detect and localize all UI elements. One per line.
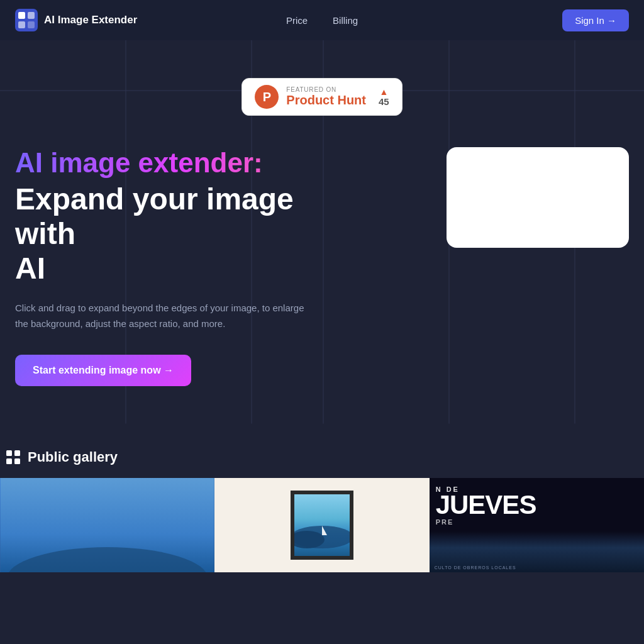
- nav-links: Price Billing: [286, 15, 358, 26]
- signin-button[interactable]: Sign In →: [562, 9, 629, 31]
- jueves-de-text: N DE: [436, 486, 638, 493]
- svg-rect-11: [6, 450, 12, 456]
- svg-rect-1: [18, 12, 25, 19]
- gallery-item-1: [0, 478, 214, 572]
- gallery-item-3: N DE JUEVES PRE CULTO DE OBREROS LOCALES: [430, 478, 644, 572]
- gallery-grid: N DE JUEVES PRE CULTO DE OBREROS LOCALES: [0, 478, 644, 572]
- svg-rect-2: [28, 12, 35, 19]
- logo: AI Image Extender: [15, 9, 137, 31]
- frame-artwork: [294, 494, 350, 556]
- gallery-header: Public gallery: [0, 449, 644, 478]
- gallery-svg-1: [0, 478, 214, 572]
- product-hunt-badge[interactable]: P FEATURED ON Product Hunt ▲ 45: [242, 78, 402, 116]
- hero-title-line1: Expand your image with: [15, 182, 294, 250]
- ph-featured-on: FEATURED ON: [286, 86, 366, 93]
- ph-arrow-up-icon: ▲: [379, 87, 388, 96]
- gallery-item-2: [214, 478, 429, 572]
- hero-section: P FEATURED ON Product Hunt ▲ 45 AI image…: [0, 40, 644, 424]
- hero-content: AI image extender: Expand your image wit…: [15, 141, 629, 386]
- logo-icon: [15, 9, 38, 31]
- cta-button[interactable]: Start extending image now →: [15, 355, 191, 386]
- gallery-title: Public gallery: [28, 449, 118, 465]
- ph-votes: ▲ 45: [379, 87, 389, 107]
- ph-vote-count: 45: [379, 96, 389, 107]
- nav-title: AI Image Extender: [44, 14, 137, 26]
- nav-link-billing[interactable]: Billing: [333, 15, 358, 26]
- ph-text: FEATURED ON Product Hunt: [286, 86, 366, 108]
- ph-name: Product Hunt: [286, 93, 366, 108]
- gallery-section: Public gallery: [0, 424, 644, 572]
- jueves-bottom-text: CULTO DE OBREROS LOCALES: [435, 565, 516, 570]
- svg-rect-14: [14, 458, 20, 464]
- hero-image-preview: [447, 147, 629, 248]
- gallery-icon: [5, 449, 21, 465]
- frame-inner: [291, 491, 353, 560]
- hero-title-gradient: AI image extender:: [15, 147, 342, 179]
- hero-title-white: Expand your image with AI: [15, 182, 342, 286]
- hero-title-line2: AI: [15, 252, 45, 285]
- svg-rect-4: [28, 21, 35, 28]
- hero-description: Click and drag to expand beyond the edge…: [15, 301, 304, 332]
- nav-link-price[interactable]: Price: [286, 15, 308, 26]
- svg-rect-0: [15, 9, 38, 31]
- svg-rect-3: [18, 21, 25, 28]
- jueves-main-text: JUEVES: [436, 492, 638, 518]
- hero-left: AI image extender: Expand your image wit…: [15, 141, 342, 386]
- ph-logo: P: [255, 85, 279, 109]
- svg-rect-13: [6, 458, 12, 464]
- grid-icon: [5, 449, 21, 465]
- jueves-pre-text: PRE: [436, 518, 638, 526]
- navbar: AI Image Extender Price Billing Sign In …: [0, 0, 644, 40]
- svg-rect-12: [14, 450, 20, 456]
